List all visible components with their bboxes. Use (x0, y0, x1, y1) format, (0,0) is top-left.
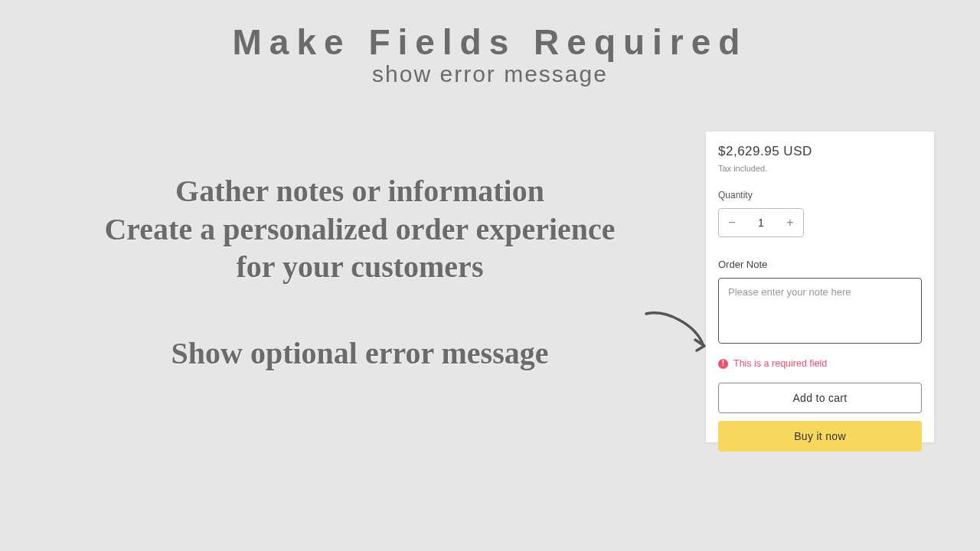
error-text: This is a required field (733, 358, 827, 369)
marketing-copy: Gather notes or information Create a per… (46, 172, 674, 371)
quantity-label: Quantity (718, 190, 922, 201)
quantity-increment-button[interactable]: + (777, 209, 803, 236)
page-title: Make Fields Required (0, 21, 980, 63)
marketing-line: Show optional error message (46, 335, 674, 371)
error-icon: ! (718, 359, 728, 369)
order-note-field[interactable] (718, 278, 922, 344)
quantity-value: 1 (758, 217, 764, 229)
add-to-cart-button[interactable]: Add to cart (718, 383, 922, 413)
product-card: $2,629.95 USD Tax included. Quantity − 1… (706, 132, 934, 442)
arrow-icon (642, 309, 710, 355)
marketing-line: for your customers (46, 248, 674, 286)
quantity-stepper[interactable]: − 1 + (718, 208, 804, 237)
product-price: $2,629.95 USD (718, 144, 922, 159)
error-message: ! This is a required field (718, 358, 922, 369)
page-subtitle: show error message (0, 61, 980, 87)
marketing-line: Create a personalized order experience (46, 210, 674, 249)
buy-now-button[interactable]: Buy it now (718, 421, 922, 452)
order-note-label: Order Note (718, 259, 922, 270)
marketing-line: Gather notes or information (46, 172, 674, 210)
tax-note: Tax included. (718, 164, 922, 173)
quantity-decrement-button[interactable]: − (719, 209, 745, 236)
